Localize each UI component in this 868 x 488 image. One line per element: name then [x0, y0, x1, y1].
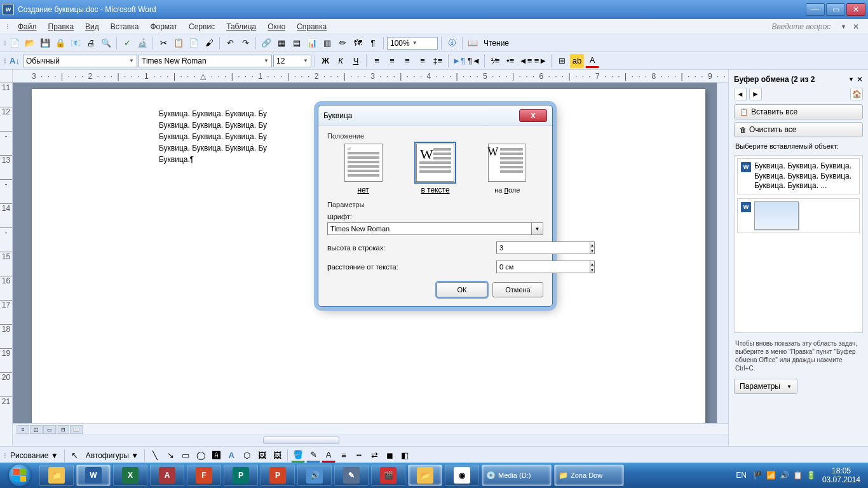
- drawing-menu[interactable]: Рисование ▼: [8, 451, 61, 460]
- font-size-combo[interactable]: 12▼: [273, 55, 311, 67]
- start-button[interactable]: [3, 464, 37, 487]
- align-center-button[interactable]: ≡: [385, 54, 399, 68]
- borders-button[interactable]: ⊞: [555, 54, 569, 68]
- taskbar-explorer[interactable]: 📁: [39, 464, 74, 486]
- taskbar-folder-open[interactable]: 📂: [408, 464, 442, 486]
- doc-map-button[interactable]: 🗺: [351, 36, 365, 50]
- ltr-button[interactable]: ►¶: [452, 54, 466, 68]
- paste-button[interactable]: 📄: [187, 36, 201, 50]
- web-view-button[interactable]: ◫: [30, 425, 43, 434]
- zoom-combo[interactable]: 100%▼: [387, 37, 438, 50]
- taskbar-frontpage[interactable]: F: [187, 464, 221, 486]
- clipboard-image-item[interactable]: W: [737, 198, 860, 233]
- taskbar-volume[interactable]: 🔊: [297, 464, 332, 486]
- font-select[interactable]: [327, 222, 532, 235]
- taskpane-close[interactable]: ✕: [857, 75, 863, 84]
- style-combo[interactable]: Обычный▼: [23, 55, 137, 67]
- position-in-margin[interactable]: W на на полеполе: [488, 144, 526, 194]
- taskbar-access[interactable]: A: [150, 464, 184, 486]
- menu-edit[interactable]: Правка: [43, 20, 79, 33]
- line-spacing-button[interactable]: ‡≡: [431, 54, 445, 68]
- format-painter-button[interactable]: 🖌: [202, 36, 216, 50]
- underline-button[interactable]: Ч: [349, 54, 363, 68]
- options-button[interactable]: Параметры▼: [734, 379, 797, 394]
- menu-file[interactable]: Файл: [13, 20, 42, 33]
- excel-button[interactable]: 📊: [305, 36, 319, 50]
- fill-color-button[interactable]: 🪣: [291, 449, 305, 463]
- menu-table[interactable]: Таблица: [221, 20, 261, 33]
- taskbar-word[interactable]: W: [76, 464, 111, 486]
- lines-up[interactable]: ▲: [590, 242, 594, 248]
- font-color-button-draw[interactable]: А: [322, 449, 336, 463]
- insert-table-button[interactable]: ▤: [290, 36, 304, 50]
- horizontal-scrollbar[interactable]: [13, 435, 728, 446]
- font-combo[interactable]: Times New Roman▼: [139, 55, 272, 67]
- align-right-button[interactable]: ≡: [400, 54, 414, 68]
- wordart-button[interactable]: A: [224, 449, 238, 463]
- menu-help[interactable]: Справка: [292, 20, 332, 33]
- hyperlink-button[interactable]: 🔗: [259, 36, 273, 50]
- picture-button[interactable]: 🖼: [270, 449, 284, 463]
- reading-view-button[interactable]: 📖: [70, 425, 83, 434]
- line-button[interactable]: ╲: [148, 449, 162, 463]
- preview-button[interactable]: 🔍: [99, 36, 113, 50]
- print-view-button[interactable]: ▭: [43, 425, 56, 434]
- menu-view[interactable]: Вид: [80, 20, 104, 33]
- font-color-button[interactable]: А: [585, 54, 599, 68]
- show-marks-button[interactable]: ¶: [366, 36, 380, 50]
- tray-volume-icon[interactable]: 🔊: [780, 471, 789, 480]
- taskbar-powerpoint[interactable]: P: [261, 464, 295, 486]
- distance-up[interactable]: ▲: [590, 261, 594, 267]
- tray-flag-icon[interactable]: 🏴: [753, 471, 763, 480]
- styles-button[interactable]: А↓: [8, 54, 22, 68]
- clipboard-text-item[interactable]: W Буквица. Буквица. Буквица. Буквица. Бу…: [737, 158, 860, 194]
- taskbar-chrome[interactable]: ◉: [445, 464, 479, 486]
- distance-down[interactable]: ▼: [590, 267, 594, 273]
- help-button[interactable]: 🛈: [445, 36, 459, 50]
- bold-button[interactable]: Ж: [318, 54, 332, 68]
- undo-button[interactable]: ↶: [223, 36, 237, 50]
- increase-indent-button[interactable]: ≡►: [534, 54, 548, 68]
- redo-button[interactable]: ↷: [238, 36, 252, 50]
- dialog-close-button[interactable]: X: [519, 109, 547, 122]
- rectangle-button[interactable]: ▭: [179, 449, 193, 463]
- taskbar-zona[interactable]: 📁Zona Dow: [554, 464, 624, 486]
- print-button[interactable]: 🖨: [84, 36, 98, 50]
- align-left-button[interactable]: ≡: [370, 54, 384, 68]
- highlight-button[interactable]: ab: [570, 54, 584, 68]
- new-doc-button[interactable]: 📄: [8, 36, 22, 50]
- tray-icons[interactable]: 🏴 📶 🔊 📋 🔋: [753, 471, 816, 480]
- permission-button[interactable]: 🔒: [53, 36, 67, 50]
- copy-button[interactable]: 📋: [172, 36, 186, 50]
- reading-icon[interactable]: 📖: [466, 36, 480, 50]
- open-button[interactable]: 📂: [23, 36, 37, 50]
- drawing-toolbar-button[interactable]: ✏: [336, 36, 349, 50]
- menu-insert[interactable]: Вставка: [105, 20, 144, 33]
- save-button[interactable]: 💾: [38, 36, 52, 50]
- minimize-button[interactable]: —: [806, 3, 825, 16]
- taskbar-publisher[interactable]: P: [224, 464, 258, 486]
- numbering-button[interactable]: ⅟≡: [488, 54, 502, 68]
- position-none[interactable]: w нет: [344, 144, 383, 194]
- type-question-field[interactable]: Введите вопрос: [766, 22, 837, 31]
- taskbar-app2[interactable]: 🎬: [371, 464, 405, 486]
- email-button[interactable]: 📧: [69, 36, 83, 50]
- diagram-button[interactable]: ⬡: [240, 449, 254, 463]
- 3d-button[interactable]: ◧: [398, 449, 412, 463]
- justify-button[interactable]: ≡: [416, 54, 430, 68]
- tray-battery-icon[interactable]: 🔋: [806, 471, 816, 480]
- ok-button[interactable]: ОК: [437, 282, 487, 297]
- lines-spinner[interactable]: ▲▼: [496, 241, 543, 254]
- maximize-button[interactable]: ▭: [826, 3, 845, 16]
- home-button[interactable]: 🏠: [850, 88, 863, 100]
- taskbar-excel[interactable]: X: [113, 464, 147, 486]
- taskbar-media[interactable]: 💿Media (D:): [482, 464, 552, 486]
- normal-view-button[interactable]: ≡: [17, 425, 29, 434]
- menu-tools[interactable]: Сервис: [184, 20, 220, 33]
- oval-button[interactable]: ◯: [194, 449, 208, 463]
- autoshapes-menu[interactable]: Автофигуры ▼: [83, 451, 142, 460]
- select-objects-button[interactable]: ↖: [68, 449, 82, 463]
- distance-spinner[interactable]: ▲▼: [496, 261, 543, 273]
- italic-button[interactable]: К: [334, 54, 348, 68]
- clipart-button[interactable]: 🖼: [255, 449, 269, 463]
